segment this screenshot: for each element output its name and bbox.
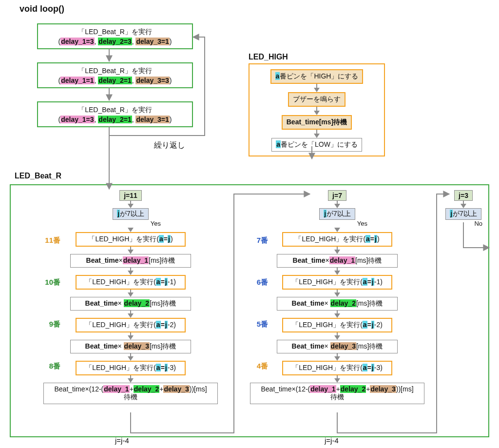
ledhigh-step1: a番ピンを「HIGH」にする: [270, 69, 364, 84]
c1-wait-final: Beat_time×(12-(delay_1+delay_2+delay_3))…: [43, 383, 218, 404]
j-init-2: j=7: [328, 190, 346, 201]
c2-exec-4: 「LED_HIGH」を実行(a=j-3): [282, 361, 392, 375]
c2-lbl-6: 6番: [244, 278, 268, 287]
c2-exec-3: 「LED_HIGH」を実行(a=j-2): [282, 318, 392, 332]
c2-wait-3: Beat_time× delay_3[ms]待機: [277, 340, 398, 353]
j-init-1: j=11: [119, 190, 142, 201]
c1-lbl-8: 8番: [36, 362, 60, 371]
led-high-box: a番ピンを「HIGH」にする ブザーを鳴らす Beat_time[ms]待機 a…: [249, 63, 385, 156]
ledhigh-step4: a番ピンを「LOW」にする: [271, 138, 362, 152]
ledhigh-step2: ブザーを鳴らす: [288, 92, 345, 107]
beatr-col-1: j=11 jが7以上 Yes 「LED_HIGH」を実行(a=j) Beat_t…: [43, 190, 218, 404]
c2-lbl-7: 7番: [244, 236, 268, 245]
c1-exec-3: 「LED_HIGH」を実行(a=j-2): [76, 318, 186, 332]
c1-wait-2: Beat_time× delay_2[ms]待機: [70, 297, 191, 311]
c2-lbl-4: 4番: [244, 362, 268, 371]
ledhigh-step3: Beat_time[ms]待機: [282, 115, 352, 130]
loopupd-1: j=j-4: [115, 436, 129, 445]
c1-lbl-10: 10番: [36, 278, 60, 287]
c1-wait-3: Beat_time× delay_3[ms]待機: [70, 340, 191, 353]
c2-exec-2: 「LED_HIGH」を実行(a=j-1): [282, 275, 392, 290]
loopupd-2: j=j-4: [325, 436, 339, 445]
loop-call-1-header: 「LED_Beat_R」を実行: [43, 27, 187, 37]
title-led-beat-r: LED_Beat_R: [15, 172, 61, 180]
c1-exec-1: 「LED_HIGH」を実行(a=j): [76, 232, 186, 247]
yes-label-1: Yes: [151, 220, 161, 227]
loop-call-1-params: (delay_1=3, delay_2=3, delay_3=1): [43, 37, 187, 47]
c2-exec-1: 「LED_HIGH」を実行(a=j): [282, 232, 392, 247]
j-cond-3: jが7以上: [445, 208, 481, 220]
repeat-label: 繰り返し: [154, 140, 185, 151]
no-label-3: No: [474, 220, 482, 227]
title-void-loop: void loop(): [19, 4, 64, 14]
c1-lbl-9: 9番: [36, 320, 60, 329]
title-led-high: LED_HIGH: [249, 53, 288, 61]
loop-call-2-header: 「LED_Beat_R」を実行: [43, 66, 187, 76]
loop-call-1: 「LED_Beat_R」を実行 (delay_1=3, delay_2=3, d…: [37, 23, 193, 49]
j-cond-1: jが7以上: [113, 208, 149, 220]
c2-wait-2: Beat_time× delay_2[ms]待機: [277, 297, 398, 311]
loop-call-2-params: (delay_1=1, delay_2=1, delay_3=3): [43, 76, 187, 86]
beatr-col-2: j=7 jが7以上 Yes 「LED_HIGH」を実行(a=j) Beat_ti…: [250, 190, 425, 404]
loop-call-3-params: (delay_1=3, delay_2=1, delay_3=1): [43, 115, 187, 125]
yes-label-2: Yes: [357, 220, 367, 227]
c2-wait-1: Beat_time×delay_1[ms]待機: [277, 254, 398, 268]
j-init-3: j=3: [454, 190, 473, 201]
j-cond-2: jが7以上: [319, 208, 355, 220]
loop-call-2: 「LED_Beat_R」を実行 (delay_1=1, delay_2=1, d…: [37, 62, 193, 88]
c2-wait-final: Beat_time×(12-(delay_1+delay_2+delay_3))…: [250, 383, 424, 404]
loop-call-3: 「LED_Beat_R」を実行 (delay_1=3, delay_2=1, d…: [37, 101, 193, 127]
c1-wait-1: Beat_time×delay_1[ms]待機: [70, 254, 191, 268]
c2-lbl-5: 5番: [244, 320, 268, 329]
c1-exec-4: 「LED_HIGH」を実行(a=j-3): [76, 361, 186, 375]
loop-call-3-header: 「LED_Beat_R」を実行: [43, 105, 187, 115]
c1-lbl-11: 11番: [36, 236, 60, 245]
beatr-col-3: j=3 jが7以上 No: [442, 190, 484, 229]
c1-exec-2: 「LED_HIGH」を実行(a=j-1): [76, 275, 186, 290]
diagram-page: void loop() LED_HIGH LED_Beat_R 「LED_Bea…: [0, 0, 499, 448]
